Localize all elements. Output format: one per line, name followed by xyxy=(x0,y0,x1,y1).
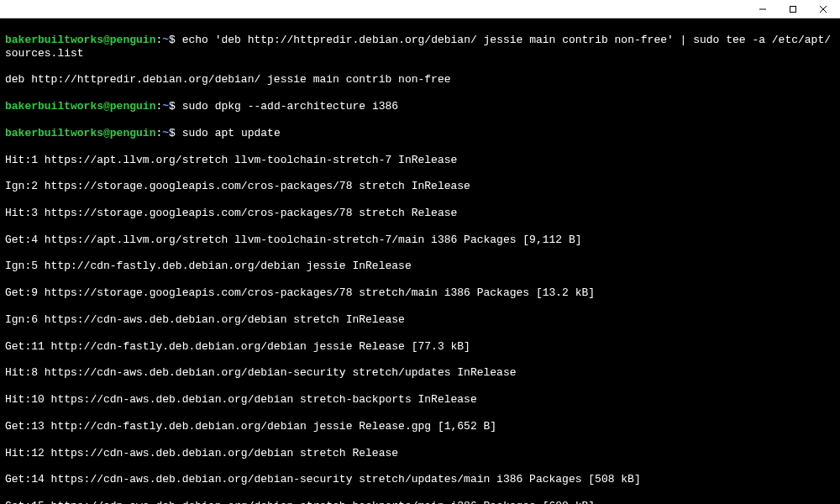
output-line: Hit:12 https://cdn-aws.deb.debian.org/de… xyxy=(5,447,835,460)
titlebar xyxy=(0,0,840,18)
prompt-path: ~ xyxy=(162,127,169,139)
close-button[interactable] xyxy=(808,1,838,18)
minimize-icon xyxy=(759,5,767,13)
output-line: deb http://httpredir.debian.org/debian/ … xyxy=(5,73,835,87)
prompt-line: bakerbuiltworks@penguin:~$ echo 'deb htt… xyxy=(5,34,835,60)
terminal-window: bakerbuiltworks@penguin:~$ echo 'deb htt… xyxy=(0,0,840,504)
prompt-user: bakerbuiltworks@penguin xyxy=(5,127,155,139)
output-line: Hit:1 https://apt.llvm.org/stretch llvm-… xyxy=(5,154,835,167)
prompt-user: bakerbuiltworks@penguin xyxy=(5,100,155,113)
output-line: Ign:6 https://cdn-aws.deb.debian.org/deb… xyxy=(5,313,835,327)
minimize-button[interactable] xyxy=(748,1,778,18)
svg-rect-1 xyxy=(790,6,796,12)
output-line: Get:13 http://cdn-fastly.deb.debian.org/… xyxy=(5,420,835,433)
output-line: Get:4 https://apt.llvm.org/stretch llvm-… xyxy=(5,234,835,247)
terminal-output[interactable]: bakerbuiltworks@penguin:~$ echo 'deb htt… xyxy=(0,18,840,504)
close-icon xyxy=(819,5,827,13)
prompt-line: bakerbuiltworks@penguin:~$ sudo apt upda… xyxy=(5,127,835,140)
prompt-path: ~ xyxy=(162,34,169,46)
output-line: Ign:5 http://cdn-fastly.deb.debian.org/d… xyxy=(5,260,835,273)
output-line: Get:11 http://cdn-fastly.deb.debian.org/… xyxy=(5,340,835,354)
command-text: sudo apt update xyxy=(182,127,281,139)
maximize-button[interactable] xyxy=(778,1,808,18)
prompt-path: ~ xyxy=(162,100,169,113)
output-line: Get:15 https://cdn-aws.deb.debian.org/de… xyxy=(5,500,835,504)
prompt-line: bakerbuiltworks@penguin:~$ sudo dpkg --a… xyxy=(5,100,835,113)
output-line: Ign:2 https://storage.googleapis.com/cro… xyxy=(5,180,835,193)
maximize-icon xyxy=(789,5,797,13)
output-line: Get:9 https://storage.googleapis.com/cro… xyxy=(5,286,835,300)
command-text: sudo dpkg --add-architecture i386 xyxy=(182,100,398,113)
output-line: Get:14 https://cdn-aws.deb.debian.org/de… xyxy=(5,473,835,486)
output-line: Hit:3 https://storage.googleapis.com/cro… xyxy=(5,207,835,220)
prompt-user: bakerbuiltworks@penguin xyxy=(5,34,155,46)
output-line: Hit:8 https://cdn-aws.deb.debian.org/deb… xyxy=(5,366,835,380)
output-line: Hit:10 https://cdn-aws.deb.debian.org/de… xyxy=(5,393,835,407)
